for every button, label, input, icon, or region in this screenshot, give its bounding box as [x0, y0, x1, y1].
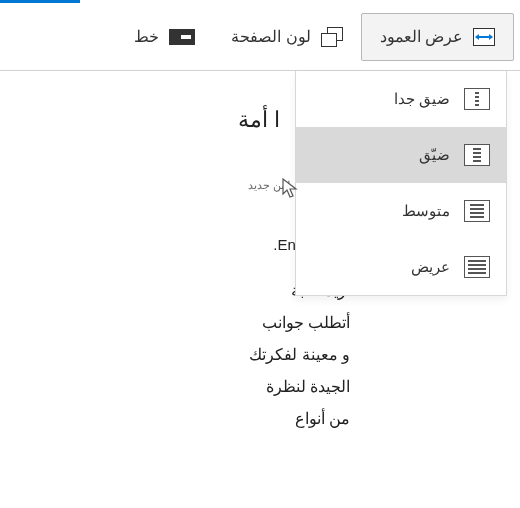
- column-width-dropdown: ضيق جدا ضيّق متوسط عريض: [295, 71, 507, 296]
- medium-icon: [464, 200, 490, 222]
- reader-toolbar: عرض العمود لون الصفحة خط: [0, 3, 520, 71]
- option-label: متوسط: [402, 202, 450, 220]
- option-label: ضيق جدا: [394, 90, 450, 108]
- column-width-button[interactable]: عرض العمود: [361, 13, 514, 61]
- option-label: عريض: [411, 258, 450, 276]
- body-line: و معينة لفكرتك: [230, 339, 350, 371]
- column-width-icon: [473, 28, 495, 46]
- column-width-label: عرض العمود: [380, 27, 463, 46]
- font-button[interactable]: خط: [116, 13, 213, 61]
- body-line: أتطلب جوانب: [230, 307, 350, 339]
- page-color-button[interactable]: لون الصفحة: [213, 13, 360, 61]
- page-color-icon: [321, 27, 343, 47]
- heading-fragment: ا أمة: [0, 107, 280, 133]
- body-line: من أنواع: [230, 403, 350, 435]
- option-label: ضيّق: [419, 146, 450, 164]
- narrow-icon: [464, 144, 490, 166]
- wide-icon: [464, 256, 490, 278]
- width-option-narrow[interactable]: ضيّق: [296, 127, 506, 183]
- width-option-very-narrow[interactable]: ضيق جدا: [296, 71, 506, 127]
- author-name: .Enrico: [0, 236, 320, 253]
- subnote: لمن جديد: [0, 179, 290, 192]
- very-narrow-icon: [464, 88, 490, 110]
- font-icon: [169, 29, 195, 45]
- width-option-wide[interactable]: عريض: [296, 239, 506, 295]
- body-line: الجيدة لنظرة: [230, 371, 350, 403]
- width-option-medium[interactable]: متوسط: [296, 183, 506, 239]
- page-color-label: لون الصفحة: [231, 27, 310, 46]
- body-text: أريد كتابة أتطلب جوانب و معينة لفكرتك ال…: [230, 275, 350, 435]
- font-label: خط: [134, 27, 159, 46]
